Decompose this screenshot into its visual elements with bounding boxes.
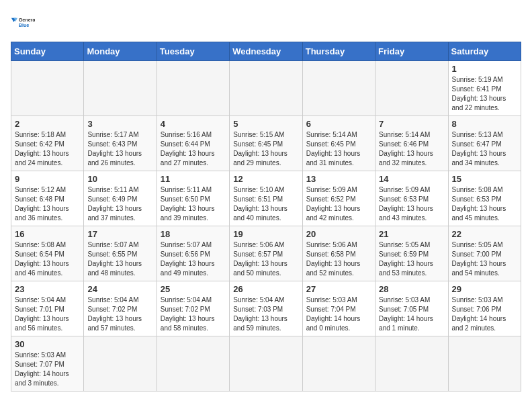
day-info: Sunrise: 5:11 AM Sunset: 6:49 PM Dayligh…	[87, 185, 152, 223]
calendar-day-cell: 22Sunrise: 5:05 AM Sunset: 7:00 PM Dayli…	[448, 226, 521, 281]
calendar-table: SundayMondayTuesdayWednesdayThursdayFrid…	[11, 42, 521, 392]
day-number: 17	[87, 229, 152, 239]
day-number: 6	[306, 119, 371, 129]
calendar-day-cell: 25Sunrise: 5:04 AM Sunset: 7:02 PM Dayli…	[157, 281, 229, 336]
calendar-day-cell: 13Sunrise: 5:09 AM Sunset: 6:52 PM Dayli…	[302, 171, 375, 226]
day-number: 22	[452, 229, 517, 239]
calendar-day-cell	[84, 336, 157, 392]
calendar-day-header: Monday	[84, 42, 157, 61]
day-info: Sunrise: 5:13 AM Sunset: 6:47 PM Dayligh…	[452, 130, 517, 168]
calendar-day-cell	[302, 61, 375, 116]
day-info: Sunrise: 5:06 AM Sunset: 6:58 PM Dayligh…	[306, 240, 371, 278]
calendar-day-cell: 24Sunrise: 5:04 AM Sunset: 7:02 PM Dayli…	[84, 281, 157, 336]
day-info: Sunrise: 5:09 AM Sunset: 6:52 PM Dayligh…	[306, 185, 371, 223]
calendar-day-cell: 19Sunrise: 5:06 AM Sunset: 6:57 PM Dayli…	[230, 226, 302, 281]
day-number: 27	[306, 284, 371, 294]
calendar-header-row: SundayMondayTuesdayWednesdayThursdayFrid…	[11, 42, 521, 61]
calendar-day-cell: 27Sunrise: 5:03 AM Sunset: 7:04 PM Dayli…	[302, 281, 375, 336]
day-info: Sunrise: 5:05 AM Sunset: 6:59 PM Dayligh…	[379, 240, 444, 278]
calendar-day-cell	[157, 336, 229, 392]
svg-text:Blue: Blue	[19, 22, 30, 28]
calendar-day-cell: 3Sunrise: 5:17 AM Sunset: 6:43 PM Daylig…	[84, 116, 157, 171]
day-number: 20	[306, 229, 371, 239]
day-info: Sunrise: 5:03 AM Sunset: 7:04 PM Dayligh…	[306, 295, 371, 333]
calendar-day-cell: 6Sunrise: 5:14 AM Sunset: 6:45 PM Daylig…	[302, 116, 375, 171]
calendar-day-cell	[84, 61, 157, 116]
calendar-day-cell: 2Sunrise: 5:18 AM Sunset: 6:42 PM Daylig…	[11, 116, 84, 171]
day-number: 25	[161, 284, 226, 294]
calendar-week-row: 16Sunrise: 5:08 AM Sunset: 6:54 PM Dayli…	[11, 226, 521, 281]
calendar-day-cell	[157, 61, 229, 116]
day-number: 2	[15, 119, 80, 129]
calendar-day-header: Tuesday	[157, 42, 229, 61]
calendar-day-cell: 5Sunrise: 5:15 AM Sunset: 6:45 PM Daylig…	[230, 116, 302, 171]
calendar-day-cell	[375, 336, 448, 392]
day-number: 18	[161, 229, 226, 239]
calendar-day-cell: 15Sunrise: 5:08 AM Sunset: 6:53 PM Dayli…	[448, 171, 521, 226]
day-number: 5	[233, 119, 298, 129]
day-info: Sunrise: 5:18 AM Sunset: 6:42 PM Dayligh…	[15, 130, 80, 168]
calendar-day-header: Sunday	[11, 42, 84, 61]
calendar-day-cell	[302, 336, 375, 392]
day-info: Sunrise: 5:04 AM Sunset: 7:02 PM Dayligh…	[161, 295, 226, 333]
calendar-day-cell: 16Sunrise: 5:08 AM Sunset: 6:54 PM Dayli…	[11, 226, 84, 281]
day-number: 10	[87, 174, 152, 184]
calendar-week-row: 2Sunrise: 5:18 AM Sunset: 6:42 PM Daylig…	[11, 116, 521, 171]
calendar-day-cell	[375, 61, 448, 116]
day-number: 7	[379, 119, 444, 129]
day-info: Sunrise: 5:04 AM Sunset: 7:01 PM Dayligh…	[15, 295, 80, 333]
day-info: Sunrise: 5:12 AM Sunset: 6:48 PM Dayligh…	[15, 185, 80, 223]
day-number: 30	[15, 339, 80, 349]
day-number: 23	[15, 284, 80, 294]
day-number: 24	[87, 284, 152, 294]
day-info: Sunrise: 5:04 AM Sunset: 7:02 PM Dayligh…	[87, 295, 152, 333]
calendar-day-cell	[230, 336, 302, 392]
calendar-day-cell: 10Sunrise: 5:11 AM Sunset: 6:49 PM Dayli…	[84, 171, 157, 226]
calendar-day-cell: 21Sunrise: 5:05 AM Sunset: 6:59 PM Dayli…	[375, 226, 448, 281]
calendar-day-header: Thursday	[302, 42, 375, 61]
calendar-day-cell: 7Sunrise: 5:14 AM Sunset: 6:46 PM Daylig…	[375, 116, 448, 171]
calendar-week-row: 1Sunrise: 5:19 AM Sunset: 6:41 PM Daylig…	[11, 61, 521, 116]
day-info: Sunrise: 5:08 AM Sunset: 6:53 PM Dayligh…	[452, 185, 517, 223]
day-info: Sunrise: 5:07 AM Sunset: 6:55 PM Dayligh…	[87, 240, 152, 278]
day-info: Sunrise: 5:14 AM Sunset: 6:46 PM Dayligh…	[379, 130, 444, 168]
day-info: Sunrise: 5:19 AM Sunset: 6:41 PM Dayligh…	[452, 75, 517, 113]
calendar-day-cell: 9Sunrise: 5:12 AM Sunset: 6:48 PM Daylig…	[11, 171, 84, 226]
day-info: Sunrise: 5:03 AM Sunset: 7:05 PM Dayligh…	[379, 295, 444, 333]
calendar-day-cell: 18Sunrise: 5:07 AM Sunset: 6:56 PM Dayli…	[157, 226, 229, 281]
day-number: 13	[306, 174, 371, 184]
calendar-day-header: Saturday	[448, 42, 521, 61]
calendar-day-cell: 17Sunrise: 5:07 AM Sunset: 6:55 PM Dayli…	[84, 226, 157, 281]
day-info: Sunrise: 5:07 AM Sunset: 6:56 PM Dayligh…	[161, 240, 226, 278]
calendar-week-row: 9Sunrise: 5:12 AM Sunset: 6:48 PM Daylig…	[11, 171, 521, 226]
calendar-day-header: Friday	[375, 42, 448, 61]
day-info: Sunrise: 5:16 AM Sunset: 6:44 PM Dayligh…	[161, 130, 226, 168]
day-info: Sunrise: 5:17 AM Sunset: 6:43 PM Dayligh…	[87, 130, 152, 168]
day-number: 19	[233, 229, 298, 239]
day-info: Sunrise: 5:06 AM Sunset: 6:57 PM Dayligh…	[233, 240, 298, 278]
calendar-day-cell: 23Sunrise: 5:04 AM Sunset: 7:01 PM Dayli…	[11, 281, 84, 336]
calendar-day-cell	[11, 61, 84, 116]
page-header: GeneralBlue	[11, 11, 521, 35]
day-number: 16	[15, 229, 80, 239]
day-number: 12	[233, 174, 298, 184]
calendar-day-cell: 11Sunrise: 5:11 AM Sunset: 6:50 PM Dayli…	[157, 171, 229, 226]
day-number: 28	[379, 284, 444, 294]
calendar-day-cell: 20Sunrise: 5:06 AM Sunset: 6:58 PM Dayli…	[302, 226, 375, 281]
day-info: Sunrise: 5:14 AM Sunset: 6:45 PM Dayligh…	[306, 130, 371, 168]
day-info: Sunrise: 5:09 AM Sunset: 6:53 PM Dayligh…	[379, 185, 444, 223]
day-info: Sunrise: 5:10 AM Sunset: 6:51 PM Dayligh…	[233, 185, 298, 223]
day-number: 21	[379, 229, 444, 239]
day-number: 8	[452, 119, 517, 129]
calendar-day-cell: 30Sunrise: 5:03 AM Sunset: 7:07 PM Dayli…	[11, 336, 84, 392]
day-number: 14	[379, 174, 444, 184]
day-info: Sunrise: 5:08 AM Sunset: 6:54 PM Dayligh…	[15, 240, 80, 278]
day-number: 26	[233, 284, 298, 294]
calendar-day-cell: 12Sunrise: 5:10 AM Sunset: 6:51 PM Dayli…	[230, 171, 302, 226]
svg-text:General: General	[19, 17, 35, 23]
day-number: 3	[87, 119, 152, 129]
day-number: 15	[452, 174, 517, 184]
logo: GeneralBlue	[11, 11, 35, 35]
day-info: Sunrise: 5:04 AM Sunset: 7:03 PM Dayligh…	[233, 295, 298, 333]
calendar-day-cell	[448, 336, 521, 392]
